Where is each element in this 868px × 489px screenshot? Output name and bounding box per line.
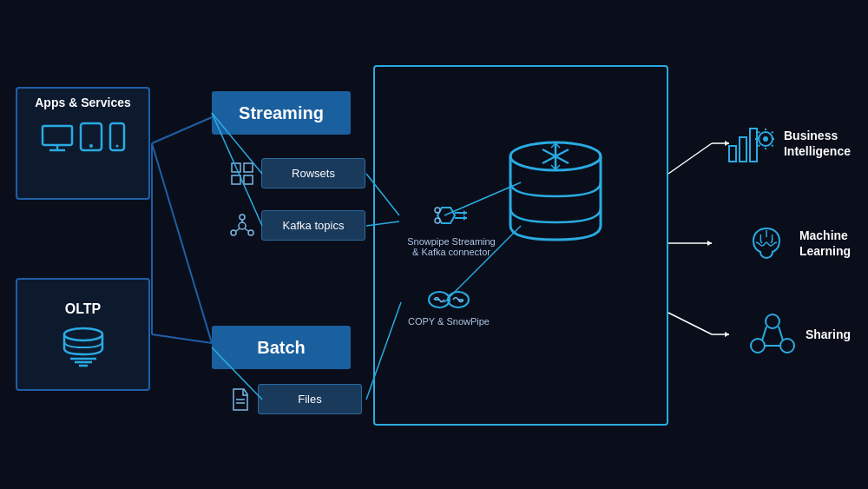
svg-line-55: [758, 145, 760, 147]
oltp-box: OLTP: [16, 278, 150, 391]
kafka-icon: [230, 214, 254, 238]
files-row: Files: [230, 384, 362, 414]
tablet-icon: [79, 122, 103, 152]
svg-point-18: [248, 230, 253, 235]
batch-box: Batch: [212, 326, 351, 369]
files-icon: [230, 387, 251, 412]
svg-point-6: [115, 145, 118, 148]
copy-connector-icon: [427, 287, 470, 313]
svg-line-60: [762, 327, 766, 340]
rowsets-box: Rowsets: [261, 158, 365, 188]
svg-point-4: [89, 144, 93, 148]
ml-output: Machine Learning: [743, 221, 851, 265]
svg-line-20: [236, 228, 240, 231]
sharing-label: Sharing: [806, 327, 851, 341]
ml-label: Machine Learning: [799, 228, 851, 259]
svg-line-64: [152, 143, 212, 343]
snowflake-db-icon: [486, 126, 625, 265]
bi-icon: [727, 122, 775, 165]
svg-point-16: [240, 215, 245, 220]
svg-marker-38: [464, 215, 467, 221]
oltp-label: OLTP: [65, 301, 101, 317]
svg-marker-82: [725, 332, 729, 337]
svg-line-80: [668, 313, 712, 334]
svg-rect-13: [232, 175, 240, 184]
svg-marker-36: [464, 210, 467, 215]
streaming-connector-icon: [425, 198, 477, 233]
apps-icons: [41, 122, 126, 152]
apps-services-box: Apps & Services: [16, 87, 150, 200]
svg-rect-44: [729, 146, 736, 162]
rowsets-row: Rowsets: [230, 158, 365, 188]
svg-rect-14: [244, 175, 253, 184]
svg-point-59: [780, 339, 794, 353]
svg-point-57: [766, 314, 779, 328]
svg-line-63: [152, 117, 212, 143]
svg-point-7: [64, 328, 102, 340]
sharing-output: Sharing: [749, 313, 851, 356]
apps-services-label: Apps & Services: [35, 96, 131, 109]
streaming-box: Streaming: [212, 91, 351, 135]
svg-rect-45: [740, 137, 746, 162]
files-box: Files: [258, 384, 362, 414]
svg-point-48: [763, 136, 768, 142]
streaming-label: Streaming: [239, 103, 324, 123]
diagram: Apps & Services OLTP: [0, 0, 868, 489]
monitor-icon: [41, 124, 74, 152]
snowpipe-connector: Snowpipe Streaming& Kafka connector: [399, 198, 503, 257]
svg-point-34: [435, 218, 440, 223]
db-icon-wrapper: [486, 126, 625, 265]
bi-label: Business Intelligence: [784, 128, 851, 159]
oltp-db-icon: [57, 324, 109, 367]
svg-rect-0: [43, 126, 72, 145]
svg-line-21: [245, 228, 248, 231]
svg-line-75: [668, 143, 712, 174]
svg-rect-12: [244, 163, 253, 172]
svg-point-17: [231, 230, 236, 235]
copy-connector: COPY & SnowPipe: [401, 287, 496, 327]
phone-icon: [108, 122, 126, 152]
ml-icon: [743, 221, 791, 265]
kafka-row: Kafka topics: [230, 210, 365, 241]
svg-line-66: [152, 334, 212, 343]
bi-output: Business Intelligence: [727, 122, 851, 165]
svg-line-56: [772, 132, 773, 134]
snowpipe-streaming-label: Snowpipe Streaming& Kafka connector: [399, 236, 503, 257]
svg-point-58: [751, 339, 765, 353]
svg-point-15: [239, 222, 246, 229]
svg-point-33: [435, 208, 440, 213]
svg-marker-79: [707, 241, 712, 246]
svg-line-61: [779, 327, 783, 340]
rowsets-icon: [230, 162, 254, 186]
svg-line-53: [758, 132, 760, 134]
svg-line-54: [772, 145, 773, 147]
batch-label: Batch: [257, 338, 306, 358]
svg-rect-11: [232, 163, 240, 172]
kafka-box: Kafka topics: [261, 210, 365, 241]
svg-rect-46: [750, 129, 757, 162]
copy-snowpipe-label: COPY & SnowPipe: [401, 316, 496, 327]
sharing-icon: [749, 313, 797, 356]
